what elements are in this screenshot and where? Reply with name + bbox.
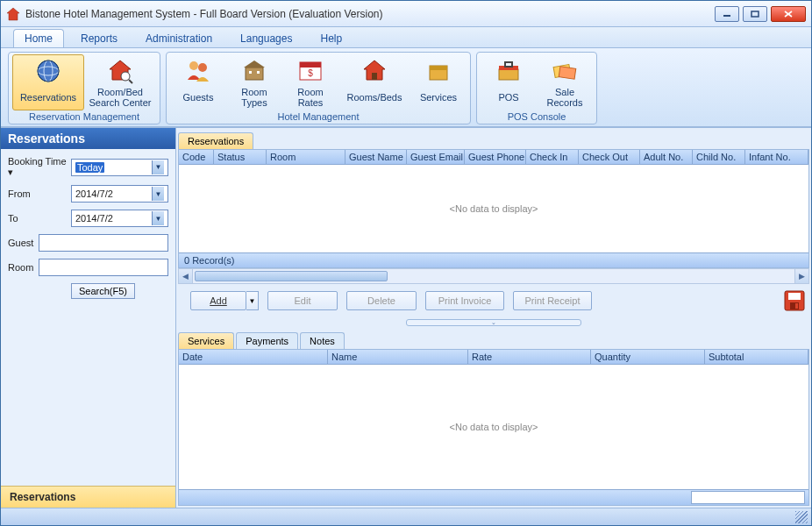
- col-child-no[interactable]: Child No.: [693, 150, 745, 164]
- print-receipt-button[interactable]: Print Receipt: [513, 291, 592, 310]
- content-area: Reservations Booking Time ▾ Today▼ From …: [1, 127, 811, 508]
- svg-point-10: [121, 72, 130, 81]
- menu-reports[interactable]: Reports: [69, 29, 129, 47]
- scroll-right-arrow[interactable]: ▶: [794, 269, 808, 283]
- ribbon-group-title: Reservation Management: [12, 110, 156, 124]
- from-label: From: [8, 188, 71, 199]
- ribbon-group-pos-console: POS Sale Records POS Console: [476, 52, 597, 124]
- tab-payments[interactable]: Payments: [236, 332, 298, 349]
- ribbon-room-types[interactable]: Room Types: [226, 54, 282, 110]
- ribbon-services[interactable]: Services: [410, 54, 467, 110]
- app-icon: [6, 7, 20, 21]
- col-room[interactable]: Room: [267, 150, 345, 164]
- ribbon-sale-records[interactable]: Sale Records: [537, 54, 593, 110]
- room-input[interactable]: [39, 259, 168, 276]
- save-icon[interactable]: [783, 289, 806, 312]
- svg-rect-25: [499, 69, 518, 80]
- main-panel: Reservations Code Status Room Guest Name…: [176, 128, 811, 508]
- from-date-combo[interactable]: 2014/7/2▼: [71, 185, 168, 203]
- money-notes-icon: [551, 57, 579, 85]
- guest-input[interactable]: [39, 234, 168, 252]
- guest-label: Guest: [8, 238, 39, 248]
- to-label: To: [8, 213, 71, 224]
- splitter-collapse[interactable]: ⌄: [178, 317, 809, 328]
- menu-administration[interactable]: Administration: [134, 29, 224, 47]
- svg-rect-2: [751, 11, 759, 17]
- col-code[interactable]: Code: [179, 150, 214, 164]
- svg-rect-22: [372, 73, 377, 80]
- chevron-down-icon[interactable]: ▼: [152, 160, 164, 174]
- ribbon-pos[interactable]: POS: [481, 54, 537, 110]
- col-rate[interactable]: Rate: [468, 350, 591, 364]
- col-guest-name[interactable]: Guest Name: [345, 150, 407, 164]
- sidebar: Reservations Booking Time ▾ Today▼ From …: [1, 128, 176, 508]
- resize-grip[interactable]: [795, 511, 808, 523]
- add-button[interactable]: Add: [190, 291, 246, 310]
- col-date[interactable]: Date: [179, 350, 328, 364]
- to-date-combo[interactable]: 2014/7/2▼: [71, 210, 168, 227]
- col-name[interactable]: Name: [328, 350, 468, 364]
- print-invoice-button[interactable]: Print Invoice: [425, 291, 504, 310]
- horizontal-scrollbar[interactable]: ◀ ▶: [178, 268, 809, 284]
- tab-notes[interactable]: Notes: [300, 332, 345, 349]
- detail-tabs: Services Payments Notes: [178, 330, 809, 349]
- svg-marker-0: [7, 8, 19, 20]
- house-icon: [360, 57, 388, 85]
- search-button[interactable]: Search(F5): [71, 283, 135, 299]
- tab-services[interactable]: Services: [178, 332, 234, 349]
- toolbox-icon: [495, 57, 523, 85]
- col-status[interactable]: Status: [214, 150, 267, 164]
- ribbon-rooms-beds[interactable]: Rooms/Beds: [338, 54, 410, 110]
- col-check-in[interactable]: Check In: [526, 150, 579, 164]
- chevron-down-icon[interactable]: ▼: [152, 187, 164, 201]
- ribbon-guests[interactable]: Guests: [170, 54, 226, 110]
- chevron-down-icon[interactable]: ▼: [152, 211, 164, 225]
- col-quantity[interactable]: Quantity: [591, 350, 705, 364]
- booking-time-combo[interactable]: Today▼: [71, 159, 168, 176]
- col-check-out[interactable]: Check Out: [579, 150, 640, 164]
- close-button[interactable]: [771, 6, 806, 22]
- house-search-icon: [106, 57, 134, 85]
- page-tab-reservations[interactable]: Reservations: [178, 132, 253, 149]
- menu-languages[interactable]: Languages: [229, 29, 303, 47]
- summary-row: [179, 489, 808, 505]
- svg-marker-15: [244, 60, 265, 68]
- sidebar-footer[interactable]: Reservations: [1, 486, 175, 508]
- scroll-track[interactable]: [193, 269, 794, 283]
- svg-rect-31: [788, 293, 801, 300]
- col-adult-no[interactable]: Adult No.: [640, 150, 693, 164]
- maximize-button[interactable]: [743, 6, 767, 22]
- svg-rect-24: [430, 66, 447, 70]
- scroll-thumb[interactable]: [195, 271, 388, 281]
- scroll-left-arrow[interactable]: ◀: [179, 269, 193, 283]
- svg-rect-19: [300, 62, 321, 68]
- delete-button[interactable]: Delete: [346, 291, 417, 310]
- room-label: Room: [8, 262, 39, 273]
- svg-rect-27: [505, 62, 512, 67]
- ribbon-room-rates[interactable]: $ Room Rates: [282, 54, 338, 110]
- col-subtotal[interactable]: Subtotal: [705, 350, 808, 364]
- booking-time-label: Booking Time ▾: [8, 156, 71, 178]
- globe-icon: [34, 57, 62, 85]
- chevron-down-icon[interactable]: ⌄: [406, 319, 581, 326]
- add-dropdown[interactable]: ▼: [246, 291, 259, 310]
- ribbon-room-bed-search-center[interactable]: Room/Bed Search Center: [84, 54, 156, 110]
- menu-home[interactable]: Home: [13, 29, 64, 47]
- detail-grid-header: Date Name Rate Quantity Subtotal: [179, 350, 808, 365]
- svg-rect-16: [249, 71, 252, 74]
- col-infant-no[interactable]: Infant No.: [745, 150, 808, 164]
- col-guest-phone[interactable]: Guest Phone: [465, 150, 526, 164]
- ribbon: Reservations Room/Bed Search Center Rese…: [1, 48, 811, 127]
- ribbon-reservations[interactable]: Reservations: [12, 54, 84, 110]
- status-bar: [1, 508, 811, 525]
- titlebar: Bistone Hotel Management System - Full B…: [1, 1, 811, 27]
- menu-help[interactable]: Help: [309, 29, 353, 47]
- services-grid: Date Name Rate Quantity Subtotal <No dat…: [178, 349, 809, 506]
- edit-button[interactable]: Edit: [267, 291, 338, 310]
- ribbon-group-title: POS Console: [481, 110, 593, 124]
- svg-point-13: [198, 63, 207, 72]
- col-guest-email[interactable]: Guest Email: [407, 150, 465, 164]
- minimize-button[interactable]: [715, 6, 739, 22]
- box-icon: [424, 57, 452, 85]
- svg-rect-29: [559, 67, 575, 79]
